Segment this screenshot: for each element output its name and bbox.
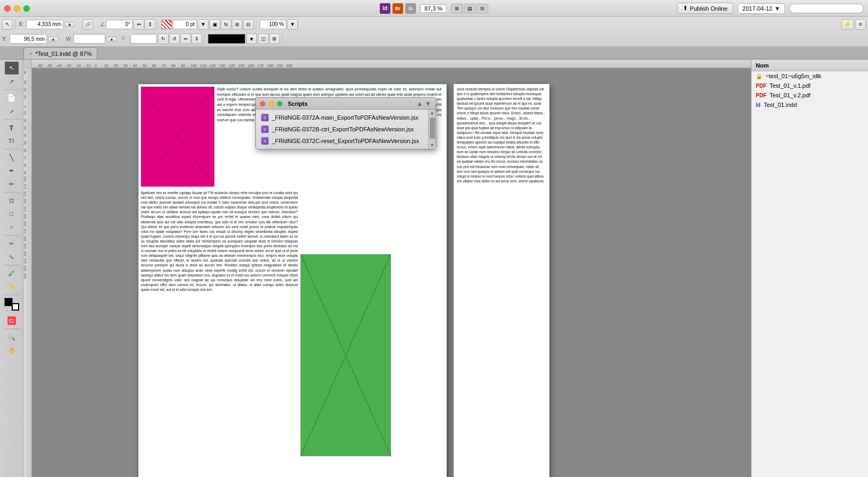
view-mode-btn[interactable]: ⊡ <box>5 314 19 327</box>
direct-select-tool[interactable]: ↗ <box>5 75 19 88</box>
x-input[interactable] <box>26 20 63 29</box>
effect-btn-4[interactable]: ⊟ <box>243 19 254 30</box>
effect-btn-2[interactable]: fx <box>221 19 231 30</box>
script-item-2[interactable]: S _FRIdNGE-0372B-ctrl_ExportToPDFAsNewVe… <box>256 123 428 135</box>
type-tool[interactable]: T <box>5 121 19 134</box>
panel-item-3[interactable]: PDF Test_01_v.2.pdf <box>752 90 868 100</box>
scripts-scroll-down[interactable]: ▼ <box>425 100 431 107</box>
constrain-btn[interactable]: 🔗 <box>82 19 93 30</box>
free-transform-icon: ⤡ <box>9 254 14 261</box>
x-coord-group: X: ▲ <box>19 20 75 29</box>
toolbar-sep-5 <box>4 235 20 236</box>
type-path-tool[interactable]: T⌇ <box>5 135 19 147</box>
flip-v-btn2[interactable]: ⇕ <box>191 34 202 44</box>
opacity-select-btn[interactable]: ▼ <box>287 19 298 30</box>
scripts-minimize-btn[interactable] <box>269 101 274 106</box>
lightning-btn[interactable]: ⚡ <box>841 19 854 30</box>
stroke-swatch-select[interactable]: ▼ <box>246 34 257 44</box>
align-btn-2[interactable]: ⊞ <box>269 34 280 44</box>
flip-h-btn[interactable]: ⇔ <box>133 19 144 30</box>
flip-group: ⇔ ⇕ <box>133 19 158 30</box>
rotate-90-btn[interactable]: ↻ <box>158 34 169 44</box>
script-item-1[interactable]: S _FRIdNGE-0372A-main_ExportToPDFAsNewVe… <box>256 112 428 123</box>
select-tool[interactable]: ↖ <box>5 62 19 74</box>
panel-item-4[interactable]: Id Test_01.indd <box>752 100 868 110</box>
toolbar-row-1: ↖ X: ▲ 🔗 ∠ ⇔ ⇕ ▼ ▣ fx ⊞ <box>0 17 868 32</box>
stroke-color-swatch[interactable] <box>208 34 245 44</box>
transform-actions: ↻ ↺ ⇔ ⇕ <box>158 34 205 44</box>
view-btn-1[interactable]: ⊞ <box>451 4 463 13</box>
stroke-input[interactable] <box>173 20 197 29</box>
y-input[interactable] <box>10 34 47 44</box>
rotate-ccw-btn[interactable]: ↺ <box>169 34 180 44</box>
toolbar-sep-4 <box>4 192 20 193</box>
panel-toggle-btn[interactable]: ≡ <box>855 19 866 30</box>
toolbar-sep-2 <box>4 119 20 120</box>
flip-h-btn2[interactable]: ⇔ <box>180 34 191 44</box>
publish-icon: ⬆ <box>683 5 688 12</box>
select-icon: ↖ <box>9 64 14 72</box>
gap-tool[interactable]: ⤢ <box>5 105 19 118</box>
shear-input[interactable] <box>130 34 157 44</box>
gap-icon: ⤢ <box>10 108 14 114</box>
pencil-tool[interactable]: ✏ <box>5 178 19 190</box>
publish-online-button[interactable]: ⬆ Publish Online <box>677 3 733 14</box>
scripts-scroll-up[interactable]: ▲ <box>416 100 423 107</box>
search-input[interactable] <box>789 4 864 13</box>
zoom-tool[interactable]: 🔍 <box>5 331 19 344</box>
canvas-area[interactable]: -60 -50 -40 -30 -20 -10 0 10 20 30 40 50… <box>23 60 751 477</box>
effect-btn-3[interactable]: ⊞ <box>232 19 243 30</box>
panel-item-1[interactable]: 🔒 ~test_01~u6g5m_idlk <box>752 71 868 81</box>
zoom-display: 87,3 % <box>420 4 447 13</box>
page-icon: 📄 <box>7 94 16 102</box>
x-label: X: <box>19 21 25 27</box>
align-btn-1[interactable]: ◫ <box>258 34 269 44</box>
ellipse-tool[interactable]: ○ <box>5 221 19 233</box>
date-arrow: ▼ <box>774 5 780 12</box>
opacity-input[interactable] <box>260 20 286 29</box>
rect-tool[interactable]: □ <box>5 207 19 220</box>
y-stepper-up[interactable]: ▲ <box>48 37 59 41</box>
pen-tool[interactable]: ✒ <box>5 164 19 177</box>
effect-btn-1[interactable]: ▣ <box>210 19 220 30</box>
page-tool[interactable]: 📄 <box>5 91 19 104</box>
bridge-icon: Br <box>393 3 403 14</box>
flip-v-btn[interactable]: ⇕ <box>145 19 155 30</box>
scripts-sb-down[interactable]: ▼ <box>430 143 435 148</box>
w-stepper[interactable]: ▲ <box>106 37 117 41</box>
angle-input[interactable] <box>106 20 132 29</box>
minimize-button[interactable] <box>14 5 20 12</box>
canvas-scroll[interactable]: Dipiti suntur? Untium sustiis tesequidi … <box>32 68 751 477</box>
document-tab[interactable]: × *Test_01.indd @ 87% <box>23 47 97 59</box>
panel-item-name-1: ~test_01~u6g5m_idlk <box>765 73 821 79</box>
scripts-sb-up[interactable]: ▲ <box>430 110 435 115</box>
scripts-maximize-btn[interactable] <box>277 101 282 106</box>
close-button[interactable] <box>4 5 11 12</box>
selection-tool-btn[interactable]: ↖ <box>2 19 13 30</box>
publish-label: Publish Online <box>690 5 728 12</box>
measure-tool[interactable]: 📏 <box>5 280 19 293</box>
width-input[interactable] <box>73 34 105 44</box>
scripts-close-btn[interactable] <box>260 101 265 106</box>
stroke-color-btn[interactable] <box>161 20 172 29</box>
tab-title: *Test_01.indd @ 87% <box>35 51 91 57</box>
x-stepper-up[interactable]: ▲ <box>64 22 75 27</box>
hand-tool[interactable]: ✋ <box>5 344 19 357</box>
color-box <box>4 298 19 311</box>
tab-close-icon[interactable]: × <box>29 51 32 56</box>
stroke-swatch[interactable] <box>12 303 19 311</box>
rect-frame-tool[interactable]: ⊡ <box>5 194 19 207</box>
scroll-thumb[interactable] <box>430 118 435 139</box>
script-item-3[interactable]: S _FRIdNGE-0372C-reset_ExportToPDFAsNewV… <box>256 135 428 147</box>
scissors-tool[interactable]: ✂ <box>5 237 19 250</box>
panel-item-2[interactable]: PDF Test_01_v.1.pdf <box>752 81 868 90</box>
view-btn-2[interactable]: ▤ <box>464 4 475 13</box>
stroke-color-group: ▼ <box>208 34 257 44</box>
stroke-select-btn[interactable]: ▼ <box>198 19 208 30</box>
toolbar-area: ↖ X: ▲ 🔗 ∠ ⇔ ⇕ ▼ ▣ fx ⊞ <box>0 17 868 47</box>
view-btn-3[interactable]: ⊟ <box>477 4 488 13</box>
line-tool[interactable]: ╲ <box>5 151 19 164</box>
eyedropper-tool[interactable]: 🖊 <box>5 267 19 280</box>
maximize-button[interactable] <box>23 5 30 12</box>
free-transform-tool[interactable]: ⤡ <box>5 250 19 263</box>
